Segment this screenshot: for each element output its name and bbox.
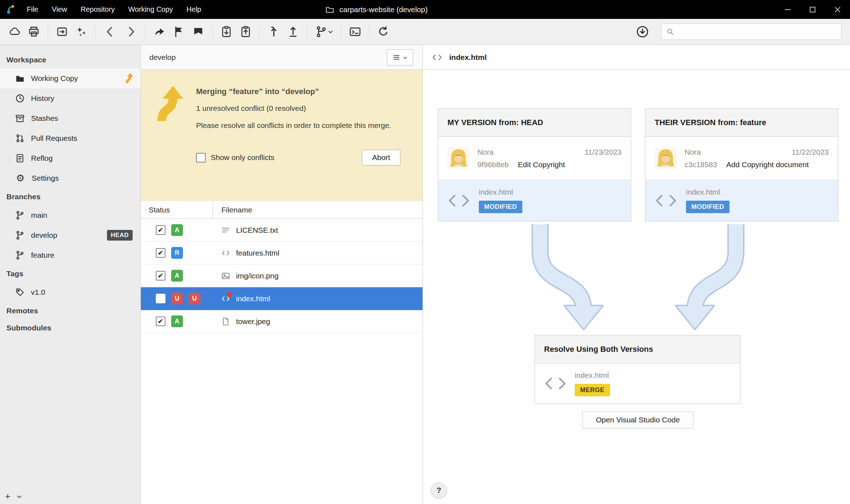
abort-button[interactable]: Abort <box>362 150 400 165</box>
sparkles-icon[interactable] <box>72 22 91 41</box>
sidebar-item-reflog[interactable]: Reflog <box>0 148 140 168</box>
file-row-index-selected[interactable]: UU index.html <box>141 287 423 310</box>
status-badge-added: A <box>171 224 183 236</box>
code-file-icon <box>221 248 230 258</box>
tags-section-header: Tags <box>0 265 140 282</box>
minimize-button[interactable] <box>775 0 800 19</box>
show-only-conflicts-checkbox[interactable]: Show only conflicts <box>196 153 275 163</box>
folder-icon <box>15 73 25 83</box>
sidebar-item-label: Stashes <box>31 114 58 123</box>
sidebar-item-settings[interactable]: ⚙ Settings <box>0 168 140 188</box>
file-row-icon-png[interactable]: A img/icon.png <box>141 264 423 287</box>
flag-icon[interactable] <box>169 22 189 41</box>
head-badge: HEAD <box>107 230 133 241</box>
filename: LICENSE.txt <box>236 226 278 235</box>
menu-repository[interactable]: Repository <box>74 0 122 19</box>
branch-label: develop <box>31 231 57 240</box>
clipboard-up-icon[interactable] <box>236 22 255 41</box>
submodules-section-header: Submodules <box>0 319 140 336</box>
toolbar-separator <box>212 24 212 39</box>
checkbox-icon[interactable] <box>156 225 165 235</box>
chevron-down-icon <box>328 29 333 35</box>
checkout-box-icon[interactable] <box>52 22 72 41</box>
toolbar-right <box>632 22 850 41</box>
maximize-button[interactable] <box>800 0 825 19</box>
their-version-card[interactable]: THEIR VERSION from: feature Nora11/22/20… <box>645 108 838 221</box>
filename: tower.jpeg <box>236 317 270 326</box>
remotes-section-header: Remotes <box>0 302 140 319</box>
sidebar-item-label: Pull Requests <box>31 134 77 143</box>
back-chevron-icon[interactable] <box>100 22 121 41</box>
pull-arrow-icon[interactable] <box>264 22 283 41</box>
checkbox-icon[interactable] <box>156 271 165 281</box>
add-button[interactable]: + <box>5 491 10 502</box>
file-list-options-button[interactable] <box>387 49 413 66</box>
current-branch-label: develop <box>149 53 176 62</box>
printer-icon[interactable] <box>24 22 43 41</box>
sidebar-branch-main[interactable]: main <box>0 205 140 225</box>
terminal-icon[interactable] <box>345 22 365 41</box>
menu-view[interactable]: View <box>45 0 74 19</box>
checkbox-icon[interactable] <box>156 317 165 326</box>
my-version-card[interactable]: MY VERSION from: HEAD Nora11/23/2023 9f9… <box>438 108 631 221</box>
sidebar-branch-develop[interactable]: develop HEAD <box>0 225 140 245</box>
hamburger-icon <box>393 54 400 61</box>
window-controls <box>775 0 850 19</box>
sidebar-item-stashes[interactable]: Stashes <box>0 108 140 128</box>
status-badge-added: A <box>171 315 183 327</box>
download-icon[interactable] <box>632 22 653 41</box>
share-arrow-icon[interactable] <box>150 22 169 41</box>
branch-menu-icon[interactable] <box>312 22 337 41</box>
open-vscode-button[interactable]: Open Visual Studio Code <box>582 411 693 428</box>
checkbox-icon[interactable] <box>156 248 165 258</box>
search-input[interactable] <box>661 24 841 40</box>
sidebar-item-history[interactable]: History <box>0 88 140 108</box>
status-badge-unmerged: U <box>171 293 183 304</box>
resolve-title: Resolve Using Both Versions <box>535 335 740 364</box>
their-version-file[interactable]: index.html MODIFIED <box>645 180 838 221</box>
checkbox-icon[interactable] <box>156 294 165 303</box>
author-name: Nora <box>685 148 701 156</box>
resolve-file[interactable]: index.html MERGE <box>535 364 740 403</box>
menu-file[interactable]: File <box>20 0 45 19</box>
resolve-both-versions-card[interactable]: Resolve Using Both Versions index.html M… <box>534 335 741 404</box>
filename-column-header[interactable]: Filename <box>212 201 423 218</box>
file-panel-header: develop <box>141 45 423 70</box>
my-version-file[interactable]: index.html MODIFIED <box>438 180 631 221</box>
branch-icon <box>15 250 25 260</box>
stash-box-icon <box>15 113 25 123</box>
tag-icon <box>15 287 25 297</box>
filename: index.html <box>236 294 270 303</box>
file-row-tower[interactable]: A tower.jpeg <box>141 310 423 333</box>
image-file-icon <box>221 271 230 281</box>
toolbar-separator <box>95 24 96 39</box>
sidebar-item-pull-requests[interactable]: Pull Requests <box>0 128 140 148</box>
banner-flag-icon[interactable] <box>189 22 208 41</box>
pull-request-icon <box>15 133 25 143</box>
menu-help[interactable]: Help <box>180 0 208 19</box>
cloud-icon[interactable] <box>5 22 24 41</box>
sidebar-item-working-copy[interactable]: Working Copy <box>0 68 140 88</box>
checkbox-icon[interactable] <box>196 153 206 163</box>
branch-label: feature <box>31 251 54 259</box>
sidebar: Workspace Working Copy History Stashes P… <box>0 45 141 504</box>
close-button[interactable] <box>825 0 850 19</box>
sidebar-tag-v1[interactable]: v1.0 <box>0 282 140 302</box>
refresh-icon[interactable] <box>374 22 393 41</box>
merge-instruction: Please resolve all conflicts in order to… <box>196 120 398 131</box>
reflog-icon <box>15 153 25 163</box>
forward-chevron-icon[interactable] <box>121 22 141 41</box>
help-button[interactable]: ? <box>431 482 447 499</box>
clipboard-down-icon[interactable] <box>217 22 236 41</box>
commit-message: Edit Copyright <box>518 160 565 169</box>
menu-working-copy[interactable]: Working Copy <box>122 0 180 19</box>
sidebar-branch-feature[interactable]: feature <box>0 245 140 265</box>
file-row-features[interactable]: R features.html <box>141 242 423 264</box>
file-row-license[interactable]: A LICENSE.txt <box>141 219 423 242</box>
toolbar-separator <box>260 24 260 39</box>
toolbar-separator <box>145 24 146 39</box>
file-panel: develop Merging “feature” into “develop”… <box>141 45 423 504</box>
push-arrow-icon[interactable] <box>283 22 303 41</box>
chevron-down-icon[interactable] <box>16 493 22 500</box>
status-column-header[interactable]: Status <box>141 201 212 218</box>
